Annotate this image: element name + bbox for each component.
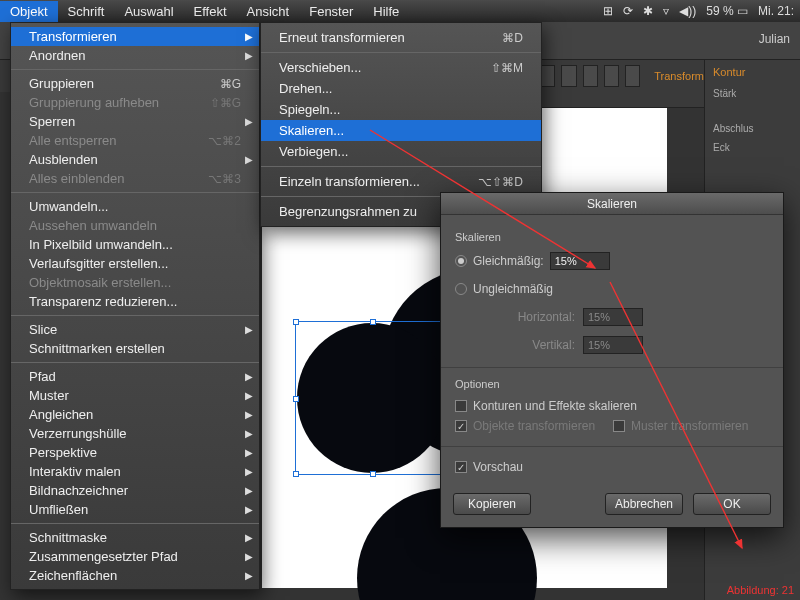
align-button[interactable] bbox=[540, 65, 555, 87]
submenu-arrow-icon: ▶ bbox=[245, 390, 253, 401]
selection-box[interactable] bbox=[295, 321, 449, 475]
menu-item[interactable]: Gruppieren⌘G bbox=[11, 74, 259, 93]
menu-item[interactable]: Transformieren▶ bbox=[11, 27, 259, 46]
label-objects: Objekte transformieren bbox=[473, 419, 595, 433]
submenu-arrow-icon: ▶ bbox=[245, 409, 253, 420]
panel-label: Stärk bbox=[705, 84, 800, 103]
input-uniform[interactable] bbox=[550, 252, 610, 270]
menu-objekt[interactable]: Transformieren▶Anordnen▶Gruppieren⌘GGrup… bbox=[10, 22, 260, 590]
button-cancel[interactable]: Abbrechen bbox=[605, 493, 683, 515]
button-ok[interactable]: OK bbox=[693, 493, 771, 515]
label-strokes: Konturen und Effekte skalieren bbox=[473, 399, 637, 413]
submenu-arrow-icon: ▶ bbox=[245, 371, 253, 382]
menu-hilfe[interactable]: Hilfe bbox=[363, 1, 409, 22]
menu-schrift[interactable]: Schrift bbox=[58, 1, 115, 22]
menu-item[interactable]: Schnittmaske▶ bbox=[11, 528, 259, 547]
bluetooth-icon[interactable]: ✱ bbox=[643, 4, 653, 18]
menu-item: Gruppierung aufheben⇧⌘G bbox=[11, 93, 259, 112]
menu-item: Alle entsperren⌥⌘2 bbox=[11, 131, 259, 150]
label-uniform: Gleichmäßig: bbox=[473, 254, 550, 268]
menu-item[interactable]: Anordnen▶ bbox=[11, 46, 259, 65]
menu-item[interactable]: Schnittmarken erstellen bbox=[11, 339, 259, 358]
menu-item[interactable]: Interaktiv malen▶ bbox=[11, 462, 259, 481]
menu-item[interactable]: Umfließen▶ bbox=[11, 500, 259, 519]
submenu-arrow-icon: ▶ bbox=[245, 504, 253, 515]
align-button[interactable] bbox=[561, 65, 576, 87]
label-preview: Vorschau bbox=[473, 460, 523, 474]
menu-item[interactable]: Umwandeln... bbox=[11, 197, 259, 216]
submenu-arrow-icon: ▶ bbox=[245, 485, 253, 496]
align-button[interactable] bbox=[583, 65, 598, 87]
group-label-options: Optionen bbox=[455, 378, 769, 390]
control-tab[interactable]: Transform bbox=[654, 70, 704, 82]
input-horizontal[interactable] bbox=[583, 308, 643, 326]
submenu-arrow-icon: ▶ bbox=[245, 154, 253, 165]
submenu-arrow-icon: ▶ bbox=[245, 447, 253, 458]
menu-item[interactable]: Verlaufsgitter erstellen... bbox=[11, 254, 259, 273]
submenu-arrow-icon: ▶ bbox=[245, 50, 253, 61]
radio-uniform[interactable] bbox=[455, 255, 467, 267]
group-label-scale: Skalieren bbox=[455, 231, 769, 243]
menu-objekt[interactable]: Objekt bbox=[0, 1, 58, 22]
menu-item[interactable]: Sperren▶ bbox=[11, 112, 259, 131]
radio-nonuniform[interactable] bbox=[455, 283, 467, 295]
menu-item[interactable]: Slice▶ bbox=[11, 320, 259, 339]
sync-icon[interactable]: ⟳ bbox=[623, 4, 633, 18]
checkbox-patterns bbox=[613, 420, 625, 432]
wifi-icon[interactable]: ▿ bbox=[663, 4, 669, 18]
menu-item[interactable]: Pfad▶ bbox=[11, 367, 259, 386]
submenu-arrow-icon: ▶ bbox=[245, 31, 253, 42]
menu-item[interactable]: Zusammengesetzter Pfad▶ bbox=[11, 547, 259, 566]
figure-caption: Abbildung: 21 bbox=[727, 584, 794, 596]
menu-ansicht[interactable]: Ansicht bbox=[237, 1, 300, 22]
menu-item[interactable]: Transparenz reduzieren... bbox=[11, 292, 259, 311]
menu-item[interactable]: Perspektive▶ bbox=[11, 443, 259, 462]
clock-label: Mi. 21: bbox=[758, 4, 794, 18]
menu-item[interactable]: Bildnachzeichner▶ bbox=[11, 481, 259, 500]
panel-label: Eck bbox=[705, 138, 800, 157]
align-button[interactable] bbox=[604, 65, 619, 87]
menu-item[interactable]: In Pixelbild umwandeln... bbox=[11, 235, 259, 254]
label-nonuniform: Ungleichmäßig bbox=[473, 282, 561, 296]
menu-effekt[interactable]: Effekt bbox=[184, 1, 237, 22]
submenu-item[interactable]: Spiegeln... bbox=[261, 99, 541, 120]
checkbox-objects bbox=[455, 420, 467, 432]
menu-item[interactable]: Ausblenden▶ bbox=[11, 150, 259, 169]
submenu-item[interactable]: Verbiegen... bbox=[261, 141, 541, 162]
submenu-arrow-icon: ▶ bbox=[245, 428, 253, 439]
menu-item: Alles einblenden⌥⌘3 bbox=[11, 169, 259, 188]
menu-item[interactable]: Muster▶ bbox=[11, 386, 259, 405]
menu-fenster[interactable]: Fenster bbox=[299, 1, 363, 22]
menu-item[interactable]: Zeichenflächen▶ bbox=[11, 566, 259, 585]
submenu-item[interactable]: Einzeln transformieren...⌥⇧⌘D bbox=[261, 171, 541, 192]
submenu-item[interactable]: Erneut transformieren⌘D bbox=[261, 27, 541, 48]
menu-auswahl[interactable]: Auswahl bbox=[114, 1, 183, 22]
button-copy[interactable]: Kopieren bbox=[453, 493, 531, 515]
battery-label: 59 % ▭ bbox=[706, 4, 748, 18]
panel-tab-stroke[interactable]: Kontur bbox=[705, 60, 800, 84]
submenu-item[interactable]: Skalieren... bbox=[261, 120, 541, 141]
volume-icon[interactable]: ◀)) bbox=[679, 4, 696, 18]
submenu-arrow-icon: ▶ bbox=[245, 532, 253, 543]
dropbox-icon[interactable]: ⊞ bbox=[603, 4, 613, 18]
align-button[interactable] bbox=[625, 65, 640, 87]
menu-item[interactable]: Angleichen▶ bbox=[11, 405, 259, 424]
checkbox-strokes[interactable] bbox=[455, 400, 467, 412]
submenu-arrow-icon: ▶ bbox=[245, 570, 253, 581]
dialog-title: Skalieren bbox=[441, 193, 783, 215]
label-vertical: Vertikal: bbox=[455, 338, 583, 352]
label-patterns: Muster transformieren bbox=[631, 419, 748, 433]
menu-item: Objektmosaik erstellen... bbox=[11, 273, 259, 292]
submenu-arrow-icon: ▶ bbox=[245, 116, 253, 127]
menu-item[interactable]: Verzerrungshülle▶ bbox=[11, 424, 259, 443]
submenu-arrow-icon: ▶ bbox=[245, 324, 253, 335]
dialog-scale: Skalieren Skalieren Gleichmäßig: Ungleic… bbox=[440, 192, 784, 528]
menu-item: Aussehen umwandeln bbox=[11, 216, 259, 235]
submenu-arrow-icon: ▶ bbox=[245, 466, 253, 477]
submenu-item[interactable]: Verschieben...⇧⌘M bbox=[261, 57, 541, 78]
user-label: Julian bbox=[759, 32, 790, 46]
checkbox-preview[interactable] bbox=[455, 461, 467, 473]
submenu-item[interactable]: Drehen... bbox=[261, 78, 541, 99]
submenu-arrow-icon: ▶ bbox=[245, 551, 253, 562]
input-vertical[interactable] bbox=[583, 336, 643, 354]
